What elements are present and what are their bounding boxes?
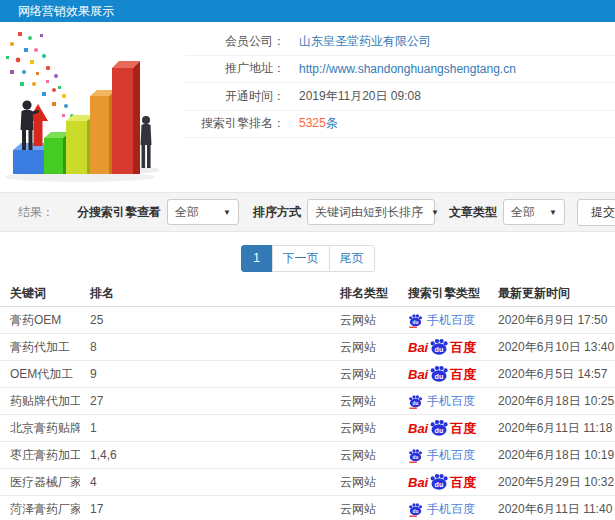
chevron-down-icon: ▼	[223, 208, 231, 217]
updated-cell: 2020年6月11日 11:18	[488, 415, 615, 442]
svg-text:du: du	[413, 508, 419, 513]
engine-type-cell: du手机百度	[398, 442, 488, 469]
table-row: 北京膏药贴牌1云网站Baidu百度2020年6月11日 11:18	[0, 415, 615, 442]
rank-type-cell: 云网站	[330, 469, 398, 496]
engine-type-cell: du手机百度	[398, 496, 488, 520]
seo-rank-label: 搜索引擎排名：	[185, 115, 285, 132]
engine-type-cell: Baidu百度	[398, 415, 488, 442]
svg-text:du: du	[435, 344, 444, 353]
engine-label: 手机百度	[427, 394, 475, 408]
rank-cell[interactable]: 17	[80, 496, 330, 520]
engine-label: 手机百度	[427, 502, 475, 516]
svg-text:du: du	[435, 425, 444, 434]
engine-filter-label: 分搜索引擎查看	[77, 204, 161, 221]
filter-bar: 结果： 分搜索引擎查看 全部 ▼ 排序方式 关键词由短到长排序 ▼ 文章类型 全…	[0, 192, 615, 232]
rank-type-cell: 云网站	[330, 496, 398, 520]
keyword-cell: OEM代加工	[0, 361, 80, 388]
page-current[interactable]: 1	[241, 245, 273, 272]
rank-cell[interactable]: 27	[80, 388, 330, 415]
growth-chart-image	[0, 28, 190, 186]
engine-type-cell: du手机百度	[398, 307, 488, 334]
updated-cell: 2020年5月29日 10:32	[488, 469, 615, 496]
businessman-right	[141, 116, 152, 168]
sort-select[interactable]: 关键词由短到长排序 ▼	[307, 199, 435, 225]
rank-cell[interactable]: 1	[80, 415, 330, 442]
keyword-cell: 膏药OEM	[0, 307, 80, 334]
baidu-logo: Baidu百度	[408, 476, 476, 490]
bar-red	[112, 61, 140, 174]
engine-label: 手机百度	[427, 313, 475, 327]
rank-type-cell: 云网站	[330, 415, 398, 442]
baidu-paw-icon: du	[429, 338, 449, 356]
rank-cell[interactable]: 4	[80, 469, 330, 496]
results-table: 关键词 排名 排名类型 搜索引擎类型 最新更新时间 膏药OEM25云网站du手机…	[0, 281, 615, 520]
keyword-cell: 枣庄膏药加工	[0, 442, 80, 469]
baidu-paw-icon: du	[429, 365, 449, 383]
svg-text:du: du	[413, 454, 419, 459]
keyword-cell: 药贴牌代加工	[0, 388, 80, 415]
engine-filter-select[interactable]: 全部 ▼	[167, 199, 239, 225]
keyword-cell: 医疗器械厂家	[0, 469, 80, 496]
mobile-baidu-logo: du手机百度	[408, 448, 475, 462]
seo-rank-count: 5325	[299, 116, 326, 130]
field-promo-url: 推广地址： http://www.shandonghuangshengtang.…	[185, 56, 615, 84]
header-engine-type: 搜索引擎类型	[398, 281, 488, 307]
promo-url-link[interactable]: http://www.shandonghuangshengtang.cn	[299, 62, 516, 76]
result-label: 结果：	[18, 204, 54, 221]
sort-value: 关键词由短到长排序	[315, 204, 423, 221]
rank-type-cell: 云网站	[330, 307, 398, 334]
rank-cell[interactable]: 8	[80, 334, 330, 361]
baidu-paw-icon: du	[408, 502, 423, 517]
rank-cell[interactable]: 9	[80, 361, 330, 388]
keyword-cell: 菏泽膏药厂家	[0, 496, 80, 520]
table-row: OEM代加工9云网站Baidu百度2020年6月5日 14:57	[0, 361, 615, 388]
bar-yellowgreen	[66, 115, 94, 174]
svg-text:du: du	[413, 319, 419, 324]
results-table-body: 膏药OEM25云网站du手机百度2020年6月9日 17:50膏药代加工8云网站…	[0, 307, 615, 520]
svg-text:du: du	[435, 371, 444, 380]
baidu-paw-icon: du	[408, 448, 423, 463]
engine-type-cell: du手机百度	[398, 388, 488, 415]
table-row: 医疗器械厂家4云网站Baidu百度2020年5月29日 10:32	[0, 469, 615, 496]
updated-cell: 2020年6月9日 17:50	[488, 307, 615, 334]
updated-cell: 2020年6月5日 14:57	[488, 361, 615, 388]
page-title-bar: 网络营销效果展示	[0, 0, 615, 22]
rank-cell[interactable]: 25	[80, 307, 330, 334]
svg-text:du: du	[435, 479, 444, 488]
engine-type-cell: Baidu百度	[398, 361, 488, 388]
sort-label: 排序方式	[253, 204, 301, 221]
rank-type-cell: 云网站	[330, 334, 398, 361]
page-next-button[interactable]: 下一页	[272, 245, 330, 272]
member-company-link[interactable]: 山东皇圣堂药业有限公司	[299, 33, 431, 50]
baidu-logo: Baidu百度	[408, 341, 476, 355]
baidu-paw-icon: du	[429, 419, 449, 437]
header-rank: 排名	[80, 281, 330, 307]
seo-rank-unit: 条	[326, 116, 338, 130]
table-row: 枣庄膏药加工1,4,6云网站du手机百度2020年6月18日 10:19	[0, 442, 615, 469]
updated-cell: 2020年6月10日 13:40	[488, 334, 615, 361]
member-company-label: 会员公司：	[185, 33, 285, 50]
bar-chart-illustration	[0, 28, 190, 186]
confetti-dots	[6, 32, 74, 118]
field-member-company: 会员公司： 山东皇圣堂药业有限公司	[185, 28, 615, 56]
member-info-fields: 会员公司： 山东皇圣堂药业有限公司 推广地址： http://www.shand…	[185, 28, 615, 138]
table-row: 膏药代加工8云网站Baidu百度2020年6月10日 13:40	[0, 334, 615, 361]
mobile-baidu-logo: du手机百度	[408, 394, 475, 408]
rank-cell[interactable]: 1,4,6	[80, 442, 330, 469]
header-rank-type: 排名类型	[330, 281, 398, 307]
header-keyword: 关键词	[0, 281, 80, 307]
rank-type-cell: 云网站	[330, 361, 398, 388]
article-type-select[interactable]: 全部 ▼	[503, 199, 565, 225]
table-row: 菏泽膏药厂家17云网站du手机百度2020年6月11日 11:40	[0, 496, 615, 520]
engine-type-cell: Baidu百度	[398, 334, 488, 361]
svg-text:du: du	[413, 400, 419, 405]
page-last-button[interactable]: 尾页	[329, 245, 375, 272]
chevron-down-icon: ▼	[549, 208, 557, 217]
updated-cell: 2020年6月11日 11:40	[488, 496, 615, 520]
info-section: 会员公司： 山东皇圣堂药业有限公司 推广地址： http://www.shand…	[0, 22, 615, 192]
field-open-time: 开通时间： 2019年11月20日 09:08	[185, 83, 615, 111]
submit-button[interactable]: 提交	[577, 199, 615, 226]
updated-cell: 2020年6月18日 10:19	[488, 442, 615, 469]
keyword-cell: 北京膏药贴牌	[0, 415, 80, 442]
baidu-logo: Baidu百度	[408, 422, 476, 436]
